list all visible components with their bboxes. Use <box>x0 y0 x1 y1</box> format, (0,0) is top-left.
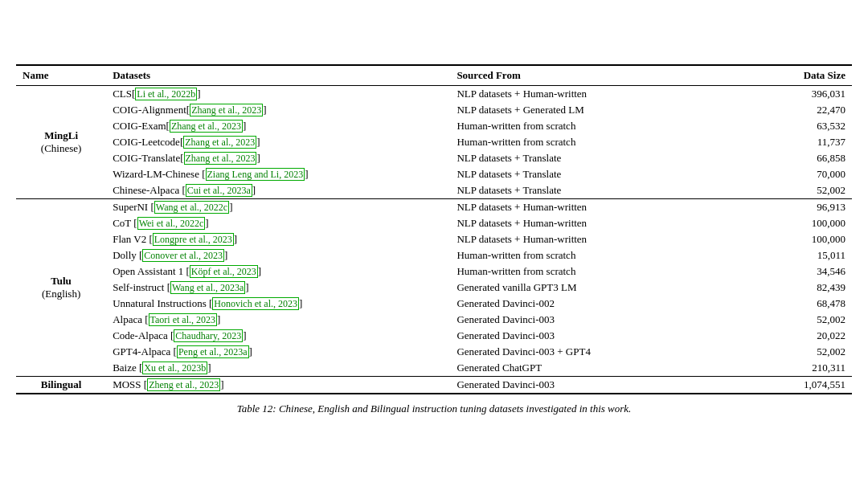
citation: Ziang Leng and Li, 2023 <box>206 168 305 181</box>
source-cell: Generated Davinci-003 <box>450 328 753 344</box>
citation: Longpre et al., 2023 <box>153 233 234 246</box>
size-cell: 52,002 <box>754 182 852 199</box>
size-cell: 52,002 <box>754 344 852 360</box>
citation: Cui et al., 2023a <box>186 184 252 197</box>
source-cell: Human-written from scratch <box>450 134 753 150</box>
citation: Zhang et al., 2023 <box>190 104 263 116</box>
size-cell: 100,000 <box>754 215 852 231</box>
size-cell: 210,311 <box>754 360 852 377</box>
dataset-cell: SuperNI [Wang et al., 2022c] <box>106 198 450 215</box>
size-cell: 396,031 <box>754 85 852 102</box>
size-cell: 52,002 <box>754 312 852 328</box>
header-name: Name <box>16 65 106 86</box>
size-cell: 66,858 <box>754 150 852 166</box>
size-cell: 63,532 <box>754 118 852 134</box>
size-cell: 20,022 <box>754 328 852 344</box>
size-cell: 68,478 <box>754 296 852 312</box>
dataset-cell: Unnatural Instructions [Honovich et al.,… <box>106 296 450 312</box>
source-cell: NLP datasets + Human-written <box>450 198 753 215</box>
citation: Zhang et al., 2023 <box>170 120 243 133</box>
source-cell: NLP datasets + Human-written <box>450 231 753 247</box>
dataset-cell: Alpaca [Taori et al., 2023] <box>106 312 450 328</box>
dataset-cell: Wizard-LM-Chinese [Ziang Leng and Li, 20… <box>106 166 450 182</box>
citation: Wang et al., 2022c <box>154 201 229 214</box>
size-cell: 22,470 <box>754 102 852 118</box>
group-name-cell: Tulu(English) <box>16 198 106 376</box>
size-cell: 34,546 <box>754 263 852 280</box>
dataset-cell: COIG-Translate[Zhang et al., 2023] <box>106 150 450 166</box>
source-cell: Human-written from scratch <box>450 247 753 263</box>
source-cell: NLP datasets + Human-written <box>450 85 753 102</box>
source-cell: Human-written from scratch <box>450 118 753 134</box>
citation: Honovich et al., 2023 <box>212 297 299 310</box>
dataset-cell: CoT [Wei et al., 2022c] <box>106 215 450 231</box>
source-cell: Generated Davinci-003 + GPT4 <box>450 344 753 360</box>
table-caption: Table 12: Chinese, English and Bilingual… <box>16 399 852 419</box>
source-cell: Generated Davinci-003 <box>450 312 753 328</box>
citation: Zhang et al., 2023 <box>184 152 257 165</box>
source-cell: Generated ChatGPT <box>450 360 753 377</box>
citation: Köpf et al., 2023 <box>190 265 258 278</box>
source-cell: NLP datasets + Translate <box>450 182 753 199</box>
source-cell: Human-written from scratch <box>450 263 753 280</box>
dataset-cell: COIG-Alignment[Zhang et al., 2023] <box>106 102 450 118</box>
dataset-cell: Chinese-Alpaca [Cui et al., 2023a] <box>106 182 450 199</box>
main-table: Name Datasets Sourced From Data Size Min… <box>16 64 852 394</box>
bilingual-source-cell: Generated Davinci-003 <box>450 376 753 394</box>
group-name-cell: MingLi(Chinese) <box>16 85 106 198</box>
size-cell: 96,913 <box>754 198 852 215</box>
dataset-cell: GPT4-Alpaca [Peng et al., 2023a] <box>106 344 450 360</box>
dataset-cell: Flan V2 [Longpre et al., 2023] <box>106 231 450 247</box>
citation: Wang et al., 2023a <box>170 281 245 294</box>
citation: Wei et al., 2022c <box>137 217 206 230</box>
source-cell: NLP datasets + Generated LM <box>450 102 753 118</box>
bilingual-size-cell: 1,074,551 <box>754 376 852 394</box>
dataset-cell: Self-instruct [Wang et al., 2023a] <box>106 280 450 296</box>
source-cell: Generated Davinci-002 <box>450 296 753 312</box>
source-cell: Generated vanilla GPT3 LM <box>450 280 753 296</box>
bilingual-name-cell: Bilingual <box>16 376 106 394</box>
citation: Peng et al., 2023a <box>177 345 249 358</box>
source-cell: NLP datasets + Translate <box>450 150 753 166</box>
header-datasets: Datasets <box>106 65 450 86</box>
size-cell: 82,439 <box>754 280 852 296</box>
dataset-cell: CLS[Li et al., 2022b] <box>106 85 450 102</box>
citation: Xu et al., 2023b <box>142 362 207 374</box>
dataset-cell: COIG-Leetcode[Zhang et al., 2023] <box>106 134 450 150</box>
dataset-cell: COIG-Exam[Zhang et al., 2023] <box>106 118 450 134</box>
citation: Zhang et al., 2023 <box>183 136 256 149</box>
dataset-cell: Baize [Xu et al., 2023b] <box>106 360 450 377</box>
source-cell: NLP datasets + Translate <box>450 166 753 182</box>
bilingual-dataset-cell: MOSS [Zheng et al., 2023] <box>106 376 450 394</box>
citation: Li et al., 2022b <box>135 88 197 100</box>
size-cell: 15,011 <box>754 247 852 263</box>
size-cell: 100,000 <box>754 231 852 247</box>
dataset-cell: Code-Alpaca [Chaudhary, 2023] <box>106 328 450 344</box>
size-cell: 70,000 <box>754 166 852 182</box>
header-source: Sourced From <box>450 65 753 86</box>
dataset-cell: Dolly [Conover et al., 2023] <box>106 247 450 263</box>
header-size: Data Size <box>754 65 852 86</box>
table-container: Name Datasets Sourced From Data Size Min… <box>16 64 852 419</box>
citation: Zheng et al., 2023 <box>147 378 220 391</box>
source-cell: NLP datasets + Human-written <box>450 215 753 231</box>
citation: Conover et al., 2023 <box>142 249 224 262</box>
citation: Taori et al., 2023 <box>149 313 217 326</box>
size-cell: 11,737 <box>754 134 852 150</box>
citation: Chaudhary, 2023 <box>174 329 243 342</box>
dataset-cell: Open Assistant 1 [Köpf et al., 2023] <box>106 263 450 280</box>
